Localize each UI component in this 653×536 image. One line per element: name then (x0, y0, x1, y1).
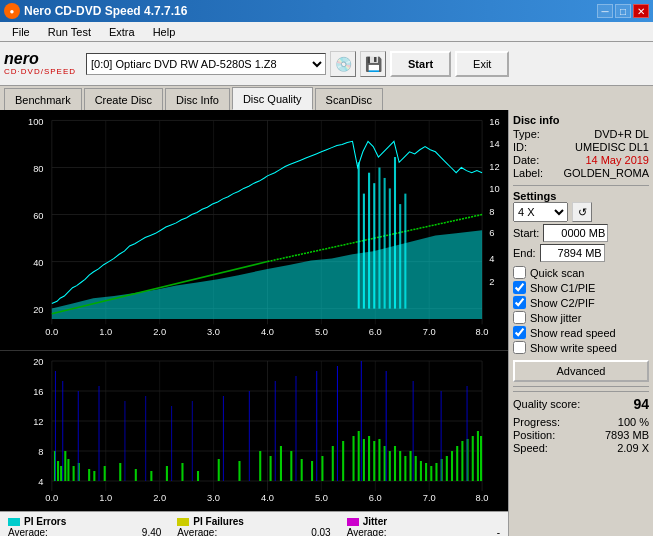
svg-text:0.0: 0.0 (45, 327, 58, 337)
logo-text-bottom: CD·DVD/SPEED (4, 67, 76, 76)
svg-text:20: 20 (33, 305, 43, 315)
tab-create-disc[interactable]: Create Disc (84, 88, 163, 110)
svg-rect-129 (316, 371, 317, 481)
jitter-avg-label: Average: (347, 527, 387, 536)
svg-rect-120 (98, 386, 99, 481)
svg-rect-72 (93, 471, 95, 481)
show-c1-pie-checkbox[interactable] (513, 281, 526, 294)
tab-disc-quality[interactable]: Disc Quality (232, 87, 313, 110)
title-bar: ● Nero CD-DVD Speed 4.7.7.16 ─ □ ✕ (0, 0, 653, 22)
stats-pi-errors: PI Errors Average: 9.40 Maximum: 74 Tota… (0, 512, 169, 536)
svg-rect-93 (363, 439, 365, 481)
id-label: ID: (513, 141, 527, 153)
type-value: DVD+R DL (594, 128, 649, 140)
svg-text:6.0: 6.0 (369, 327, 382, 337)
menu-file[interactable]: File (4, 24, 38, 40)
svg-rect-73 (104, 466, 106, 481)
close-button[interactable]: ✕ (633, 4, 649, 18)
start-button[interactable]: Start (390, 51, 451, 77)
svg-rect-128 (295, 376, 296, 481)
svg-text:3.0: 3.0 (207, 494, 220, 504)
show-c2-pif-label: Show C2/PIF (530, 297, 595, 309)
svg-text:5.0: 5.0 (315, 494, 328, 504)
nero-logo: nero CD·DVD/SPEED (4, 51, 76, 76)
menu-help[interactable]: Help (145, 24, 184, 40)
svg-rect-24 (394, 157, 396, 309)
right-panel: Disc info Type: DVD+R DL ID: UMEDISC DL1… (508, 110, 653, 536)
advanced-button[interactable]: Advanced (513, 360, 649, 382)
disc-label-value: GOLDEN_ROMA (563, 167, 649, 179)
start-input[interactable] (543, 224, 608, 242)
svg-text:6.0: 6.0 (369, 494, 382, 504)
svg-rect-65 (57, 461, 59, 481)
show-read-speed-row: Show read speed (513, 326, 649, 339)
end-label: End: (513, 247, 536, 259)
show-write-speed-checkbox[interactable] (513, 341, 526, 354)
pi-failures-title: PI Failures (193, 516, 244, 527)
tab-benchmark[interactable]: Benchmark (4, 88, 82, 110)
menu-bar: File Run Test Extra Help (0, 22, 653, 42)
svg-text:12: 12 (33, 418, 43, 428)
show-read-speed-checkbox[interactable] (513, 326, 526, 339)
svg-rect-115 (477, 431, 479, 481)
svg-rect-67 (64, 451, 66, 481)
drive-selector[interactable]: [0:0] Optiarc DVD RW AD-5280S 1.Z8 (86, 53, 326, 75)
refresh-button[interactable]: ↺ (572, 202, 592, 222)
svg-text:4: 4 (38, 478, 43, 488)
menu-run-test[interactable]: Run Test (40, 24, 99, 40)
svg-rect-86 (301, 459, 303, 481)
svg-text:2: 2 (489, 277, 494, 287)
position-label: Position: (513, 429, 555, 441)
jitter-avg-value: - (497, 527, 500, 536)
content-wrapper: 100 80 60 40 20 16 14 12 10 8 6 4 2 (0, 110, 653, 536)
show-write-speed-label: Show write speed (530, 342, 617, 354)
pi-failures-legend (177, 518, 189, 526)
disc-icon-button[interactable]: 💿 (330, 51, 356, 77)
svg-rect-117 (55, 371, 56, 481)
svg-rect-135 (467, 386, 468, 481)
menu-extra[interactable]: Extra (101, 24, 143, 40)
svg-text:4: 4 (489, 254, 494, 264)
svg-text:16: 16 (33, 388, 43, 398)
svg-rect-131 (361, 361, 362, 481)
stats-jitter: Jitter Average: - Maximum: - PO failures… (339, 512, 508, 536)
progress-section: Progress: 100 % Position: 7893 MB Speed:… (513, 416, 649, 454)
exit-button[interactable]: Exit (455, 51, 509, 77)
svg-rect-111 (456, 446, 458, 481)
show-c2-pif-checkbox[interactable] (513, 296, 526, 309)
svg-rect-100 (399, 451, 401, 481)
progress-label: Progress: (513, 416, 560, 428)
speed-label: Speed: (513, 442, 548, 454)
pi-failures-avg-label: Average: (177, 527, 217, 536)
quick-scan-checkbox[interactable] (513, 266, 526, 279)
position-value: 7893 MB (605, 429, 649, 441)
stats-bar: PI Errors Average: 9.40 Maximum: 74 Tota… (0, 511, 508, 536)
svg-rect-124 (192, 401, 193, 481)
svg-rect-79 (197, 471, 199, 481)
svg-rect-77 (166, 466, 168, 481)
show-jitter-checkbox[interactable] (513, 311, 526, 324)
minimize-button[interactable]: ─ (597, 4, 613, 18)
maximize-button[interactable]: □ (615, 4, 631, 18)
svg-rect-25 (399, 204, 401, 309)
svg-rect-112 (461, 441, 463, 481)
svg-rect-19 (368, 173, 370, 309)
svg-rect-95 (373, 441, 375, 481)
end-input[interactable] (540, 244, 605, 262)
svg-text:4.0: 4.0 (261, 494, 274, 504)
speed-select[interactable]: 4 X (513, 202, 568, 222)
svg-text:5.0: 5.0 (315, 327, 328, 337)
svg-rect-89 (332, 446, 334, 481)
quality-score-value: 94 (633, 396, 649, 412)
quick-scan-label: Quick scan (530, 267, 584, 279)
svg-rect-82 (259, 451, 261, 481)
chart-bottom-svg: 20 16 12 8 4 0.0 1.0 2.0 3.0 4.0 5.0 6.0… (0, 351, 508, 511)
svg-rect-87 (311, 461, 313, 481)
tab-disc-info[interactable]: Disc Info (165, 88, 230, 110)
save-button[interactable]: 💾 (360, 51, 386, 77)
tab-scan-disc[interactable]: ScanDisc (315, 88, 383, 110)
svg-rect-83 (270, 456, 272, 481)
svg-rect-92 (358, 431, 360, 481)
settings-section: Settings 4 X ↺ Start: End: (513, 190, 649, 262)
svg-rect-71 (88, 469, 90, 481)
